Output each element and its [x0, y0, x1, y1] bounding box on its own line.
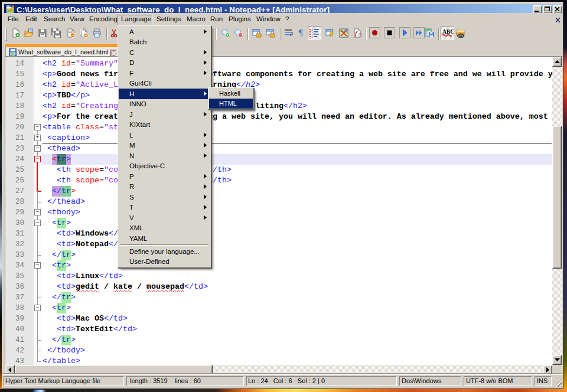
svg-text:{}: {} — [358, 32, 363, 37]
svg-text:ABC: ABC — [442, 29, 454, 35]
